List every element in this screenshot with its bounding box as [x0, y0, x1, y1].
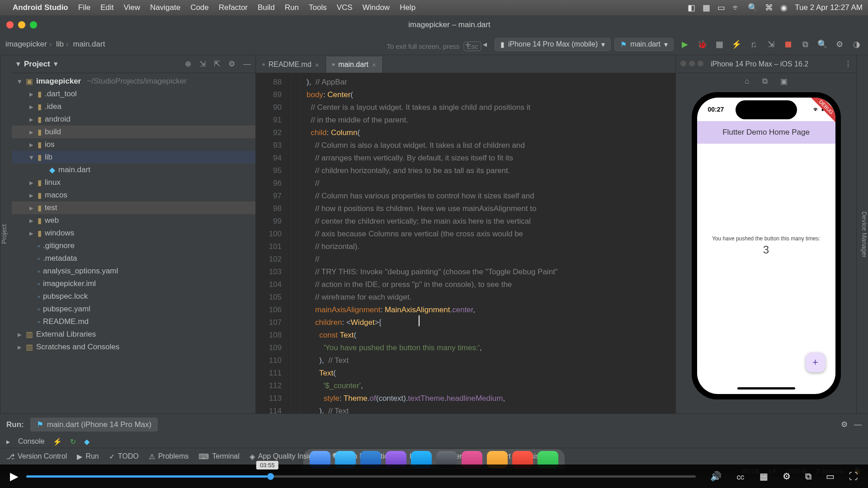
tree-item[interactable]: ▾▮lib [12, 151, 255, 164]
run-button[interactable]: ▶ [679, 38, 691, 50]
console-toolbar[interactable]: ▸ Console ⚡ ↻ ◆ [0, 435, 868, 448]
chevron-down-icon[interactable]: ▾ [54, 59, 58, 69]
emulator-header[interactable]: iPhone 14 Pro Max – iOS 16.2 ⋮ [676, 55, 856, 73]
menu-code[interactable]: Code [190, 3, 209, 12]
editor-tabs[interactable]: ▫README.md×▫main.dart× [256, 55, 675, 73]
home-indicator[interactable] [737, 387, 795, 389]
code-area[interactable]: 8889909192939495969798991001011021031041… [256, 73, 675, 413]
fullscreen-icon[interactable]: ⛶ [849, 471, 858, 482]
tree-item[interactable]: ▸▮test [12, 202, 255, 214]
pip-icon[interactable]: ⧉ [805, 471, 811, 482]
bottom-tab-terminal[interactable]: ⌨Terminal [198, 452, 239, 461]
more-icon[interactable]: ⋮ [844, 60, 852, 68]
tree-item[interactable]: ▸▮android [12, 113, 255, 126]
tree-item[interactable]: ◆main.dart [12, 164, 255, 176]
hot-reload-icon[interactable]: ⚡ [731, 38, 742, 50]
gear-icon[interactable]: ⚙ [841, 420, 848, 429]
tree-item[interactable]: ▸▮.idea [12, 100, 255, 113]
tree-item[interactable]: ▸▮web [12, 214, 255, 227]
close-icon[interactable]: × [372, 61, 376, 69]
run-config-selector[interactable]: ⚑ main.dart ▾ [614, 38, 674, 51]
gear-icon[interactable]: ⚙ [228, 59, 235, 69]
menu-window[interactable]: Window [363, 3, 390, 12]
bottom-tab-problems[interactable]: ⚠Problems [149, 452, 189, 461]
close-icon[interactable] [6, 21, 14, 28]
search-icon[interactable]: 🔍 [816, 38, 828, 50]
left-tool-strip[interactable]: Project [0, 55, 12, 413]
hot-reload-icon[interactable]: ⚡ [53, 437, 62, 446]
captions-icon[interactable]: ㏄ [736, 470, 745, 483]
line-gutter[interactable]: 8889909192939495969798991001011021031041… [256, 73, 291, 413]
tree-item[interactable]: ▸▮windows [12, 227, 255, 239]
project-tree[interactable]: ▾▣imagepicker ~/StudioProjects/imagepick… [12, 73, 255, 413]
menubar-app-name[interactable]: Android Studio [13, 3, 68, 12]
volume-icon[interactable]: 🔊 [710, 471, 722, 482]
editor-tab[interactable]: ▫main.dart× [326, 56, 383, 73]
tree-item[interactable]: ▫analysis_options.yaml [12, 265, 255, 277]
quality-icon[interactable]: ▦ [760, 471, 768, 482]
theater-icon[interactable]: ▭ [826, 471, 835, 482]
bottom-tab-version-control[interactable]: ⎇Version Control [6, 452, 67, 461]
seek-thumb[interactable] [267, 473, 274, 480]
tray-icon[interactable]: ▦ [703, 3, 710, 13]
bottom-tab-todo[interactable]: ✓TODO [109, 452, 139, 461]
menu-edit[interactable]: Edit [100, 3, 113, 12]
close-icon[interactable]: × [315, 61, 319, 69]
bottom-tab-run[interactable]: ▶Run [77, 452, 99, 461]
tree-item[interactable]: ▸▥Scratches and Consoles [12, 341, 255, 353]
run-tab[interactable]: ⚑ main.dart (iPhone 14 Pro Max) [30, 418, 158, 432]
coverage-button[interactable]: ▦ [713, 38, 725, 50]
traffic-lights[interactable] [6, 21, 37, 28]
restart-icon[interactable]: ↻ [70, 437, 76, 446]
fold-gutter[interactable] [291, 73, 301, 413]
project-title[interactable]: Project [24, 60, 50, 69]
tray-siri-icon[interactable]: ◉ [780, 3, 788, 13]
menu-help[interactable]: Help [400, 3, 415, 12]
tree-item[interactable]: ▫.gitignore [12, 239, 255, 252]
tree-item[interactable]: ▫README.md [12, 315, 255, 328]
tree-item[interactable]: ▫.metadata [12, 252, 255, 265]
devtools-icon[interactable]: ◆ [84, 437, 90, 446]
tree-item[interactable]: ▸▮.dart_tool [12, 88, 255, 100]
device-selector[interactable]: ▮ iPhone 14 Pro Max (mobile) ▾ [495, 38, 611, 51]
devices-icon[interactable]: ⧉ [799, 38, 811, 50]
tree-item[interactable]: ▫imagepicker.iml [12, 277, 255, 290]
menu-file[interactable]: File [78, 3, 90, 12]
menu-view[interactable]: View [123, 3, 140, 12]
flutter-attach-icon[interactable]: ⇲ [765, 38, 777, 50]
menu-vcs[interactable]: VCS [337, 3, 353, 12]
menu-build[interactable]: Build [258, 3, 275, 12]
menu-run[interactable]: Run [285, 3, 299, 12]
tree-item[interactable]: ▸▮ios [12, 138, 255, 151]
tree-item[interactable]: ▸▮build [12, 126, 255, 138]
apps-icon[interactable]: ▣ [780, 77, 788, 86]
debug-button[interactable]: 🐞 [696, 38, 708, 50]
video-player-bar[interactable]: ▶ 03:55 🔊 ㏄ ▦ ⚙ ⧉ ▭ ⛶ [0, 465, 868, 488]
gear-icon[interactable]: ⚙ [783, 471, 791, 482]
tree-item[interactable]: ▫pubspec.yaml [12, 303, 255, 315]
tray-search-icon[interactable]: 🔍 [748, 3, 758, 13]
profile-icon[interactable]: ◑ [851, 38, 863, 50]
tree-item[interactable]: ▸▥External Libraries [12, 328, 255, 341]
breadcrumb[interactable]: imagepicker› lib› main.dart [5, 40, 105, 49]
tree-item[interactable]: ▸▮linux [12, 176, 255, 189]
floating-action-button[interactable]: + [806, 352, 826, 372]
editor-tab[interactable]: ▫README.md× [256, 56, 326, 73]
tray-wifi-icon[interactable]: ᯤ [732, 3, 741, 13]
hide-icon[interactable]: — [854, 420, 862, 429]
menu-navigate[interactable]: Navigate [150, 3, 180, 12]
stop-button[interactable] [782, 38, 794, 50]
select-file-icon[interactable]: ⊕ [185, 59, 191, 69]
code-lines[interactable]: ), // AppBarbody: Center( // Center is a… [301, 73, 675, 413]
console-tab[interactable]: Console [18, 437, 45, 446]
zoom-icon[interactable] [30, 21, 37, 28]
tray-icon[interactable]: ◧ [688, 3, 695, 13]
play-button[interactable]: ▶ [10, 470, 18, 483]
home-icon[interactable]: ⌂ [745, 77, 749, 86]
menu-refactor[interactable]: Refactor [219, 3, 248, 12]
tree-root[interactable]: ▾▣imagepicker ~/StudioProjects/imagepick… [12, 75, 255, 88]
phone-screen[interactable]: DEBUG 00:27 ᯤ ▮ Flutter Demo Home Page Y… [697, 98, 835, 394]
emulator-toolbar[interactable]: ⌂ ⧉ ▣ [676, 73, 856, 89]
menu-tools[interactable]: Tools [309, 3, 327, 12]
expand-icon[interactable]: ⇲ [199, 59, 206, 69]
